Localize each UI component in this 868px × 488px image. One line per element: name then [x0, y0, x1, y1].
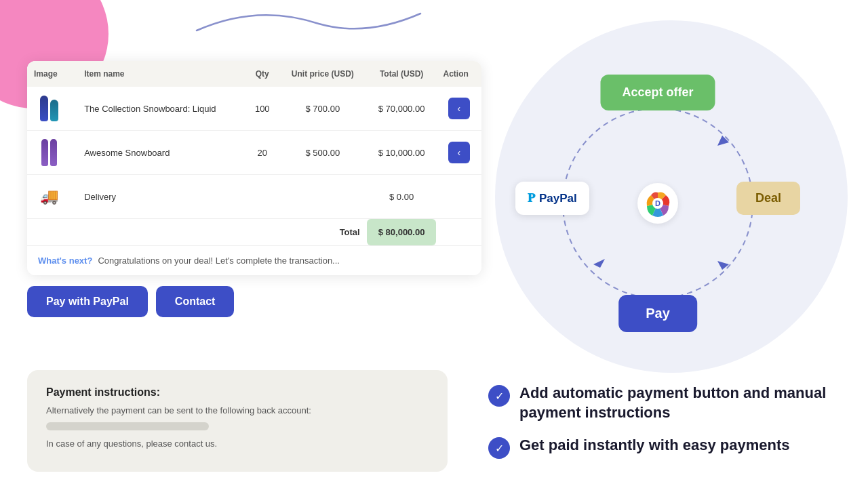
features-list: ✓ Add automatic payment button and manua… [475, 370, 868, 488]
total-label: Total [279, 219, 367, 246]
deal-node: Deal [736, 182, 800, 215]
paypal-box: 𝐏 PayPal [515, 182, 589, 215]
qty-cell: 100 [246, 87, 279, 131]
whatsnext-text: Congratulations on your deal! Let's comp… [98, 256, 340, 266]
payment-instructions-line1: Alternatively the payment can be sent to… [46, 405, 429, 415]
feature-text-2: Get paid instantly with easy payments [519, 436, 790, 455]
total-cell: $ 10,000.00 [367, 131, 437, 175]
row2-action-button[interactable]: ‹ [448, 142, 470, 163]
delivery-image: 🚚 [34, 182, 64, 211]
squiggle-decoration [190, 0, 427, 41]
bank-account-bar [46, 422, 209, 430]
whatsnext-label: What's next? [38, 256, 92, 266]
item-name-cell: The Collection Snowboard: Liquid [77, 87, 245, 131]
col-item-name: Item name [77, 61, 245, 87]
payment-buttons-container: Pay with PayPal Contact [27, 286, 481, 317]
item-name-cell: Awesome Snowboard [77, 131, 245, 175]
snowboard2-image [34, 138, 64, 167]
invoice-card: Image Item name Qty Unit price (USD) Tot… [27, 61, 481, 275]
svg-marker-3 [593, 259, 605, 268]
payment-instructions: Payment instructions: Alternatively the … [27, 370, 448, 472]
left-panel: Image Item name Qty Unit price (USD) Tot… [27, 61, 481, 317]
whatsnext-bar: What's next? Congratulations on your dea… [27, 245, 481, 275]
svg-text:D: D [655, 199, 660, 207]
table-row: Awesome Snowboard 20 $ 500.00 $ 10,000.0… [27, 131, 481, 175]
center-logo-node: D [637, 183, 678, 224]
pay-button[interactable]: Pay [618, 295, 697, 332]
feature-text-1: Add automatic payment button and manual … [519, 384, 841, 422]
table-row: The Collection Snowboard: Liquid 100 $ 7… [27, 87, 481, 131]
row1-action-button[interactable]: ‹ [448, 98, 470, 119]
col-total: Total (USD) [367, 61, 437, 87]
svg-marker-1 [717, 136, 729, 146]
check-icon-2: ✓ [488, 437, 510, 459]
paypal-label: PayPal [539, 192, 577, 205]
total-cell: $ 70,000.00 [367, 87, 437, 131]
snowboard1-image [34, 94, 64, 123]
col-image: Image [27, 61, 77, 87]
accept-offer-button[interactable]: Accept offer [600, 75, 715, 110]
paypal-icon: 𝐏 [528, 191, 535, 205]
invoice-table: Image Item name Qty Unit price (USD) Tot… [27, 61, 481, 245]
product-image-cell: 🚚 [27, 175, 77, 219]
accept-offer-node: Accept offer [600, 75, 715, 110]
bottom-panel: Payment instructions: Alternatively the … [0, 370, 868, 488]
flow-diagram-panel: Accept offer Deal Pay 𝐏 PayPal [475, 34, 841, 373]
deal-label: Deal [736, 182, 800, 215]
unit-price-cell: $ 500.00 [279, 131, 367, 175]
total-row: Total $ 80,000.00 [27, 219, 481, 246]
qty-cell [246, 175, 279, 219]
total-cell: $ 0.00 [367, 175, 437, 219]
check-icon-1: ✓ [488, 385, 510, 407]
col-qty: Qty [246, 61, 279, 87]
payment-instructions-line2: In case of any questions, please contact… [46, 439, 429, 449]
product-image-cell [27, 131, 77, 175]
unit-price-cell [279, 175, 367, 219]
total-spacer [27, 219, 279, 246]
payment-instructions-title: Payment instructions: [46, 386, 429, 399]
center-logo-svg: D [643, 188, 673, 218]
col-unit-price: Unit price (USD) [279, 61, 367, 87]
pay-with-paypal-button[interactable]: Pay with PayPal [27, 286, 148, 317]
paypal-node: 𝐏 PayPal [515, 182, 589, 215]
center-logo: D [637, 183, 678, 224]
contact-button[interactable]: Contact [156, 286, 235, 317]
item-name-cell: Delivery [77, 175, 245, 219]
feature-item-2: ✓ Get paid instantly with easy payments [488, 436, 841, 459]
qty-cell: 20 [246, 131, 279, 175]
flow-diagram: Accept offer Deal Pay 𝐏 PayPal [522, 68, 793, 339]
feature-item-1: ✓ Add automatic payment button and manua… [488, 384, 841, 422]
unit-price-cell: $ 700.00 [279, 87, 367, 131]
total-amount: $ 80,000.00 [367, 219, 437, 246]
table-row: 🚚 Delivery $ 0.00 [27, 175, 481, 219]
pay-node: Pay [618, 295, 697, 332]
product-image-cell [27, 87, 77, 131]
